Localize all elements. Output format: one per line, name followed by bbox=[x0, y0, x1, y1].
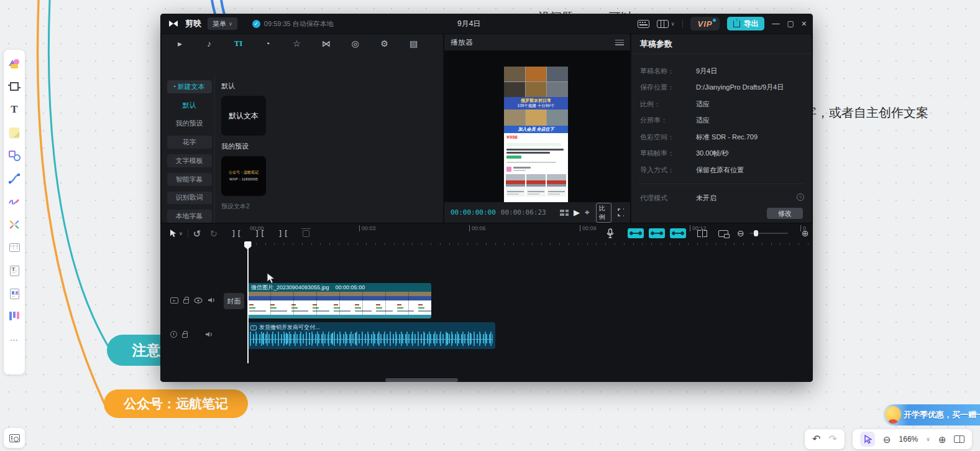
card-icon[interactable] bbox=[8, 287, 21, 300]
bullet-icon: • bbox=[173, 83, 175, 90]
info-icon[interactable]: ? bbox=[797, 193, 804, 201]
subnav-lyrics-recognition[interactable]: 识别歌词 bbox=[167, 192, 212, 205]
zoom-level[interactable]: 166% bbox=[899, 435, 918, 444]
subnav-smart-captions[interactable]: 智能字幕 bbox=[167, 173, 212, 186]
tab-adjust[interactable]: ⚙调节 bbox=[370, 37, 399, 50]
subnav-text-templates[interactable]: 文字模板 bbox=[167, 154, 212, 167]
subnav-fancy-text[interactable]: 花字 bbox=[167, 136, 212, 149]
tab-filters[interactable]: ◎滤镜 bbox=[341, 37, 370, 50]
delete-icon[interactable] bbox=[303, 230, 309, 237]
ratio-button[interactable]: 比例 bbox=[596, 203, 611, 223]
speaker-icon[interactable] bbox=[205, 331, 213, 338]
audio-clip[interactable]: T 发货撤销开发商可交付... bbox=[247, 322, 495, 349]
video-clip-duration: 00:00:05:00 bbox=[336, 284, 365, 291]
close-button[interactable]: × bbox=[802, 19, 807, 29]
tab-text[interactable]: TI文本 bbox=[224, 37, 253, 50]
minimize-button[interactable]: — bbox=[772, 19, 779, 28]
timeline-scrollbar[interactable] bbox=[385, 378, 458, 382]
preset-text-card[interactable]: 公众号：远航笔记 WXP：11830935 bbox=[221, 156, 266, 196]
menu-button[interactable]: 菜单 ∨ bbox=[208, 17, 237, 30]
cover-button[interactable]: 封面 bbox=[224, 293, 244, 309]
preview-banner-2: 加入会员 全店任下 bbox=[504, 126, 568, 133]
zoom-out-icon[interactable]: ⊖ bbox=[883, 435, 891, 444]
sticky-note-icon[interactable] bbox=[8, 126, 21, 139]
draft-params-panel: 草稿参数 草稿名称：9月4日 保存位置：D:/JianyingPro Draft… bbox=[631, 34, 812, 223]
tab-audio[interactable]: ♪音频 bbox=[195, 37, 224, 50]
subnav-my-presets[interactable]: 我的预设 bbox=[167, 118, 212, 131]
whiteboard-toolbar: T ⋯ bbox=[4, 50, 25, 374]
player-panel: 播放器 俄罗斯农村日常 109个视频 十分钟/个 加入会员 全店任下 ¥998 bbox=[444, 34, 630, 223]
quality-icon[interactable] bbox=[560, 210, 569, 216]
subnav-local-captions[interactable]: 本地字幕 bbox=[167, 210, 212, 223]
param-row-proxy: 代理模式 未开启 ? bbox=[640, 193, 804, 203]
mindmap-icon[interactable] bbox=[8, 218, 21, 231]
text-tool-icon[interactable]: T bbox=[8, 103, 21, 116]
vip-badge[interactable]: VIP bbox=[690, 17, 720, 30]
tab-transitions[interactable]: ⋈转场 bbox=[311, 37, 341, 50]
split-right-icon[interactable]: ][ bbox=[278, 230, 289, 238]
slider-knob[interactable] bbox=[754, 230, 758, 236]
shapes-icon[interactable] bbox=[8, 149, 21, 162]
link-toggle[interactable] bbox=[670, 228, 686, 238]
audio-track-controls bbox=[170, 331, 213, 338]
preview-price: ¥998 bbox=[504, 133, 568, 140]
mindmap-node-wechat[interactable]: 公众号：远航笔记 bbox=[104, 389, 248, 418]
more-tools-icon[interactable]: ⋯ bbox=[8, 333, 21, 346]
minimap-icon[interactable] bbox=[954, 435, 964, 443]
play-button[interactable]: ▶ bbox=[574, 208, 580, 217]
main-track-magnet-toggle[interactable] bbox=[628, 228, 644, 238]
timeline-zoom-slider[interactable] bbox=[749, 233, 788, 234]
kanban-icon[interactable] bbox=[8, 310, 21, 323]
redo-icon[interactable]: ↷ bbox=[828, 434, 836, 444]
zoom-chevron-icon[interactable]: ∨ bbox=[926, 436, 930, 442]
tab-effects[interactable]: ☆特效 bbox=[282, 37, 311, 50]
table-icon[interactable] bbox=[8, 241, 21, 254]
param-row-import: 导入方式：保留在原有位置 bbox=[640, 165, 804, 175]
pointer-tool-button[interactable] bbox=[860, 432, 875, 447]
titlebar: 剪映 菜单 ∨ ✓ 09:59:35 自动保存本地 9月4日 ∨ VIP bbox=[160, 14, 813, 34]
fullscreen-icon[interactable] bbox=[618, 208, 624, 216]
undo-icon[interactable]: ↺ bbox=[193, 229, 201, 238]
layout-switcher[interactable]: ∨ bbox=[657, 20, 675, 28]
tab-sticker[interactable]: ◔贴纸 bbox=[253, 37, 282, 50]
timeline-ruler[interactable] bbox=[222, 243, 813, 253]
default-text-card[interactable]: 默认文本 bbox=[221, 96, 266, 136]
export-button[interactable]: ↑ 导出 bbox=[727, 17, 764, 30]
video-clip[interactable]: 微信图片_20230904093055.jpg 00:00:05:00 bbox=[247, 283, 431, 318]
select-tool[interactable]: ∨ bbox=[169, 229, 183, 238]
media-icon: ▸ bbox=[178, 39, 182, 49]
player-menu-icon[interactable] bbox=[615, 40, 624, 45]
autosave-text: 09:59:35 自动保存本地 bbox=[264, 19, 334, 29]
speaker-icon[interactable] bbox=[208, 297, 215, 304]
split-icon[interactable]: ][ bbox=[231, 230, 242, 238]
playhead-line[interactable] bbox=[247, 243, 249, 363]
preview-axis-icon[interactable] bbox=[718, 230, 728, 237]
preset-line-1: 公众号：远航笔记 bbox=[229, 170, 259, 175]
subnav-new-text[interactable]: •新建文本 bbox=[167, 80, 212, 93]
document-icon[interactable] bbox=[8, 264, 21, 277]
tab-templates[interactable]: ▤模板 bbox=[399, 37, 428, 50]
maximize-button[interactable]: ▢ bbox=[787, 19, 794, 28]
zoom-in-icon[interactable]: ⊕ bbox=[938, 435, 946, 444]
modify-button[interactable]: 修改 bbox=[767, 208, 803, 219]
pen-icon[interactable] bbox=[8, 195, 21, 208]
lock-icon[interactable] bbox=[182, 333, 188, 338]
snapshot-icon[interactable]: ⌖ bbox=[585, 207, 590, 218]
tts-icon: T bbox=[250, 325, 257, 330]
frame-icon[interactable] bbox=[8, 80, 21, 93]
undo-icon[interactable]: ↶ bbox=[812, 434, 820, 444]
auto-snap-toggle[interactable] bbox=[649, 228, 665, 238]
templates-icon[interactable] bbox=[8, 57, 21, 70]
subnav-default[interactable]: 默认 bbox=[167, 99, 212, 112]
redo-icon[interactable]: ↻ bbox=[209, 229, 218, 238]
ruler-label: 00:12 bbox=[690, 225, 707, 231]
tab-media[interactable]: ▸媒体 bbox=[165, 37, 195, 50]
promo-banner[interactable]: 开学季优惠，买一赠一 bbox=[883, 404, 980, 425]
board-settings-button[interactable] bbox=[4, 428, 25, 448]
shortcuts-icon[interactable] bbox=[638, 20, 649, 28]
lock-icon[interactable] bbox=[183, 299, 189, 304]
connector-icon[interactable] bbox=[8, 172, 21, 185]
eye-icon[interactable] bbox=[194, 297, 203, 304]
timeline-zoom-out-icon[interactable]: ⊖ bbox=[737, 229, 744, 238]
record-voiceover-icon[interactable] bbox=[607, 228, 614, 238]
